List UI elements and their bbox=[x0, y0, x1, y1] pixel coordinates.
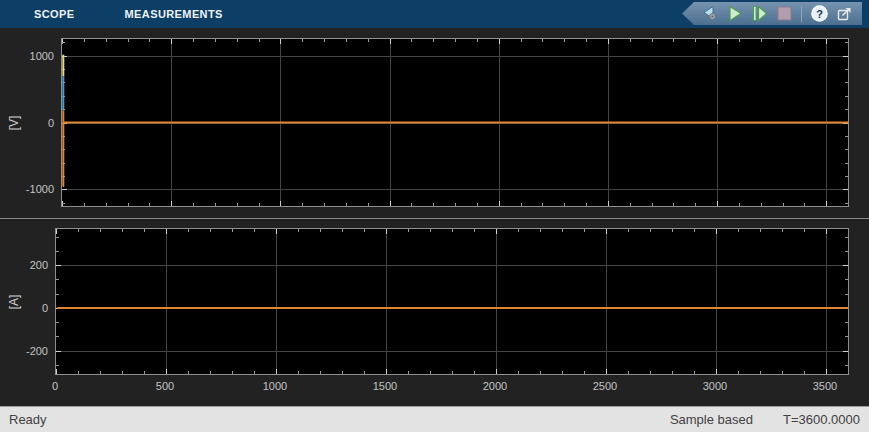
status-bar: Ready Sample based T=3600.0000 bbox=[0, 406, 869, 432]
y-tick-label: 1000 bbox=[0, 49, 54, 63]
help-button[interactable]: ? bbox=[808, 3, 830, 24]
x-tick-label: 3000 bbox=[685, 379, 745, 393]
run-button[interactable] bbox=[723, 3, 745, 24]
scope-figure: [V] [A] 10000-10002000-20005001000150020… bbox=[0, 28, 869, 406]
sim-time-label: T=3600.0000 bbox=[783, 412, 860, 427]
svg-text:?: ? bbox=[816, 8, 823, 20]
toolbar-divider bbox=[801, 6, 802, 22]
voltage-plot-area[interactable] bbox=[61, 38, 849, 207]
stop-button[interactable] bbox=[773, 3, 795, 24]
x-tick-label: 2500 bbox=[575, 379, 635, 393]
y-tick-label: -200 bbox=[0, 344, 48, 358]
step-forward-button[interactable] bbox=[748, 3, 770, 24]
step-forward-icon bbox=[750, 4, 769, 23]
run-icon bbox=[725, 4, 744, 23]
x-tick-label: 0 bbox=[25, 379, 85, 393]
y-tick-label: 0 bbox=[0, 116, 54, 130]
signal-3-line bbox=[63, 111, 848, 187]
popout-button[interactable] bbox=[833, 3, 855, 24]
voltage-scope-canvas bbox=[62, 39, 848, 206]
y-tick-label: 0 bbox=[0, 301, 48, 315]
tab-scope[interactable]: SCOPE bbox=[22, 0, 87, 28]
x-tick-label: 3500 bbox=[795, 379, 855, 393]
tab-measurements[interactable]: MEASUREMENTS bbox=[113, 0, 235, 28]
step-back-button[interactable] bbox=[698, 3, 720, 24]
current-plot-area[interactable] bbox=[55, 228, 849, 375]
pop-out-icon bbox=[835, 4, 854, 23]
x-tick-label: 500 bbox=[135, 379, 195, 393]
x-tick-label: 1000 bbox=[245, 379, 305, 393]
toolstrip: SCOPE MEASUREMENTS bbox=[0, 0, 869, 28]
panel-divider bbox=[0, 218, 869, 219]
x-tick-label: 2000 bbox=[465, 379, 525, 393]
quick-access-toolbar: ? bbox=[682, 2, 862, 25]
sample-mode-label: Sample based bbox=[670, 412, 753, 427]
x-tick-label: 1500 bbox=[355, 379, 415, 393]
stop-icon bbox=[775, 4, 794, 23]
help-icon: ? bbox=[810, 4, 829, 23]
scope-window: SCOPE MEASUREMENTS bbox=[0, 0, 869, 432]
status-text: Ready bbox=[9, 412, 47, 427]
step-back-settings-icon bbox=[700, 4, 719, 23]
y-tick-label: -1000 bbox=[0, 182, 54, 196]
current-scope-canvas bbox=[56, 229, 848, 374]
y-tick-label: 200 bbox=[0, 258, 48, 272]
